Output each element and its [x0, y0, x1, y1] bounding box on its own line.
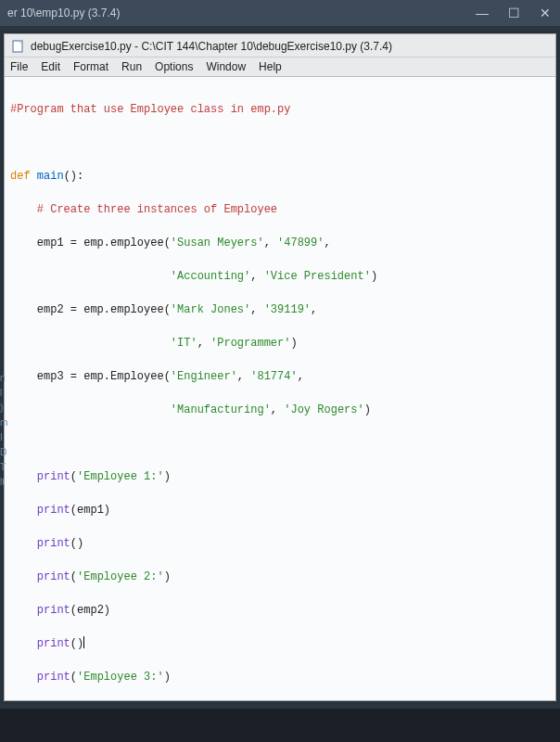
maximize-button[interactable]: ☐ — [506, 6, 521, 20]
outer-window-title: er 10\emp10.py (3.7.4) — [7, 6, 120, 19]
menu-options[interactable]: Options — [155, 60, 193, 73]
code-editor[interactable]: #Program that use Employee class in emp.… — [5, 77, 555, 700]
menu-file[interactable]: File — [10, 60, 28, 73]
python-file-icon — [12, 40, 25, 53]
idle-editor-window: debugExercise10.py - C:\CIT 144\Chapter … — [4, 33, 556, 701]
outer-window-controls: — ☐ ✕ — [475, 6, 553, 20]
menu-run[interactable]: Run — [121, 60, 142, 73]
editor-titlebar: debugExercise10.py - C:\CIT 144\Chapter … — [5, 34, 555, 58]
code-comment: #Program that use Employee class in emp.… — [10, 103, 290, 116]
menu-format[interactable]: Format — [73, 60, 108, 73]
minimize-button[interactable]: — — [475, 6, 490, 20]
menubar: File Edit Format Run Options Window Help — [5, 58, 555, 77]
background-editor-gutter: n l ) m I D T lt — [0, 371, 7, 490]
text-cursor — [83, 636, 84, 648]
menu-edit[interactable]: Edit — [41, 60, 60, 73]
outer-window-titlebar: er 10\emp10.py (3.7.4) — ☐ ✕ — [0, 0, 560, 26]
windows-taskbar[interactable] — [0, 709, 560, 742]
menu-window[interactable]: Window — [206, 60, 246, 73]
menu-help[interactable]: Help — [259, 60, 282, 73]
editor-title-text: debugExercise10.py - C:\CIT 144\Chapter … — [31, 40, 392, 53]
close-button[interactable]: ✕ — [538, 6, 553, 20]
